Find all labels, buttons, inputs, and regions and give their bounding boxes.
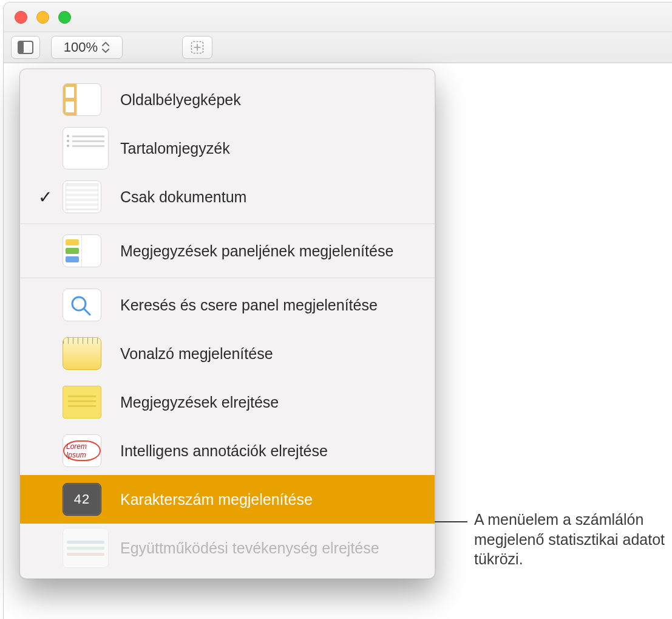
menu-item-show-character-count[interactable]: 42 Karakterszám megjelenítése bbox=[20, 475, 435, 524]
ruler-icon bbox=[63, 337, 101, 370]
sidebar-icon bbox=[18, 41, 33, 54]
toc-icon bbox=[63, 127, 109, 169]
plus-box-icon bbox=[191, 41, 204, 54]
add-page-button[interactable] bbox=[182, 36, 212, 59]
menu-separator bbox=[20, 224, 435, 224]
view-menu-button[interactable] bbox=[11, 36, 40, 59]
menu-label: Együttműködési tevékenység elrejtése bbox=[120, 539, 379, 557]
menu-label: Tartalomjegyzék bbox=[120, 140, 230, 157]
svg-rect-1 bbox=[18, 41, 24, 53]
menu-label: Karakterszám megjelenítése bbox=[120, 491, 313, 508]
chevron-updown-icon bbox=[101, 42, 110, 53]
menu-label: Csak dokumentum bbox=[120, 188, 246, 206]
zoom-value: 100% bbox=[64, 39, 98, 55]
maximize-window-button[interactable] bbox=[58, 11, 71, 24]
menu-label: Keresés és csere panel megjelenítése bbox=[120, 296, 378, 314]
thumbnails-icon bbox=[63, 83, 101, 116]
collab-activity-icon bbox=[63, 528, 109, 568]
traffic-lights bbox=[15, 11, 71, 24]
comment-note-icon bbox=[63, 386, 101, 419]
close-window-button[interactable] bbox=[15, 11, 27, 24]
character-count-icon: 42 bbox=[63, 483, 101, 516]
menu-item-toc[interactable]: Tartalomjegyzék bbox=[20, 124, 435, 173]
menu-item-show-comments-panel[interactable]: Megjegyzések paneljének megjelenítése bbox=[20, 227, 435, 275]
svg-line-4 bbox=[84, 309, 90, 315]
menu-label: Oldalbélyegképek bbox=[120, 91, 241, 109]
minimize-window-button[interactable] bbox=[36, 11, 49, 24]
zoom-dropdown[interactable]: 100% bbox=[51, 36, 123, 59]
menu-item-hide-comments[interactable]: Megjegyzések elrejtése bbox=[20, 378, 435, 426]
menu-label: Vonalzó megjelenítése bbox=[120, 345, 273, 363]
comments-panel-icon bbox=[63, 234, 101, 267]
menu-item-page-thumbnails[interactable]: Oldalbélyegképek bbox=[20, 75, 435, 124]
smart-annotation-icon: Lorem Ipsum bbox=[63, 434, 101, 467]
callout-text: A menüelem a számlálón megjelenő statisz… bbox=[474, 510, 668, 569]
menu-label: Megjegyzések paneljének megjelenítése bbox=[120, 242, 393, 260]
menu-item-document-only[interactable]: ✓ Csak dokumentum bbox=[20, 173, 435, 221]
window-titlebar bbox=[4, 2, 672, 32]
callout-leader-line bbox=[435, 521, 467, 522]
menu-item-hide-collab-activity: Együttműködési tevékenység elrejtése bbox=[20, 524, 435, 572]
menu-item-show-ruler[interactable]: Vonalzó megjelenítése bbox=[20, 329, 435, 378]
menu-item-hide-smart-annotations[interactable]: Lorem Ipsum Intelligens annotációk elrej… bbox=[20, 426, 435, 475]
search-icon bbox=[63, 289, 101, 321]
document-icon bbox=[63, 180, 101, 213]
menu-label: Intelligens annotációk elrejtése bbox=[120, 442, 328, 460]
menu-label: Megjegyzések elrejtése bbox=[120, 394, 279, 411]
toolbar: 100% bbox=[4, 32, 672, 63]
checkmark-icon: ✓ bbox=[38, 187, 52, 207]
view-menu: Oldalbélyegképek Tartalomjegyzék ✓ Csak … bbox=[19, 69, 435, 579]
menu-item-show-find-replace[interactable]: Keresés és csere panel megjelenítése bbox=[20, 281, 435, 329]
menu-separator bbox=[20, 278, 435, 278]
